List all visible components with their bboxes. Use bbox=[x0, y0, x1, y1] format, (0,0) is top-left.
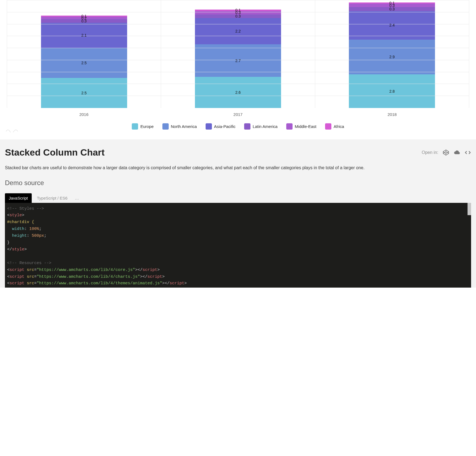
demo-source-heading: Demo source bbox=[5, 179, 471, 187]
segment-value: 0.1 bbox=[235, 8, 241, 12]
bar-segment[interactable]: 0.3 bbox=[349, 7, 435, 11]
stacked-bar[interactable]: 2.62.72.20.30.30.1 bbox=[195, 10, 281, 108]
grid-line bbox=[7, 72, 469, 72]
legend-swatch bbox=[132, 123, 138, 130]
legend-swatch bbox=[286, 123, 293, 130]
x-axis: 201620172018 bbox=[7, 108, 469, 117]
x-axis-label: 2018 bbox=[315, 108, 469, 117]
bar-slot: 2.62.72.20.30.30.1 bbox=[161, 0, 315, 108]
chart-legend: EuropeNorth AmericaAsia-PacificLatin Ame… bbox=[7, 123, 469, 130]
segment-value: 0.3 bbox=[235, 14, 241, 18]
bar-segment[interactable]: 2.8 bbox=[349, 74, 435, 108]
bar-segment[interactable]: 2.5 bbox=[41, 48, 127, 78]
bar-slot: 2.52.52.10.30.20.1 bbox=[7, 0, 161, 108]
description-text: Stacked bar charts are useful to demonst… bbox=[5, 164, 471, 171]
tab-typescript[interactable]: TypeScript / ES6 bbox=[33, 193, 71, 203]
segment-value: 2.4 bbox=[389, 23, 395, 27]
bar-segment[interactable]: 2.2 bbox=[195, 18, 281, 45]
bar-segment[interactable]: 2.5 bbox=[41, 78, 127, 108]
x-axis-label: 2017 bbox=[161, 108, 315, 117]
stacked-bar[interactable]: 2.52.52.10.30.20.1 bbox=[41, 16, 127, 108]
jsfiddle-icon[interactable] bbox=[454, 149, 460, 156]
bar-segment[interactable]: 2.9 bbox=[349, 40, 435, 74]
bar-segment[interactable]: 0.1 bbox=[349, 2, 435, 4]
amcharts-logo-icon[interactable] bbox=[5, 127, 19, 133]
bar-segment[interactable]: 0.1 bbox=[195, 10, 281, 11]
segment-value: 0.1 bbox=[81, 14, 86, 18]
legend-item[interactable]: Asia-Pacific bbox=[206, 123, 235, 130]
grid-line bbox=[7, 36, 469, 36]
segment-value: 2.8 bbox=[389, 89, 395, 93]
code-icon[interactable] bbox=[465, 149, 471, 156]
segment-value: 2.6 bbox=[235, 90, 241, 94]
legend-item[interactable]: Africa bbox=[325, 123, 344, 130]
bar-area: 2.52.52.10.30.20.12.62.72.20.30.30.12.82… bbox=[7, 0, 469, 108]
scrollbar-thumb[interactable] bbox=[468, 203, 471, 215]
segment-value: 2.2 bbox=[235, 29, 241, 33]
segment-value: 0.3 bbox=[389, 7, 395, 11]
legend-item[interactable]: Middle-East bbox=[286, 123, 316, 130]
source-tabs: JavaScript TypeScript / ES6 ... bbox=[5, 193, 471, 203]
legend-label: Africa bbox=[334, 124, 344, 129]
legend-item[interactable]: Latin America bbox=[244, 123, 278, 130]
grid-line bbox=[7, 48, 469, 48]
open-in-bar: Open in: bbox=[422, 149, 471, 156]
legend-swatch bbox=[206, 123, 212, 130]
open-in-label: Open in: bbox=[422, 150, 438, 155]
bar-segment[interactable]: 0.1 bbox=[41, 16, 127, 17]
legend-label: Middle-East bbox=[295, 124, 316, 129]
bar-segment[interactable]: 2.1 bbox=[41, 23, 127, 48]
legend-swatch bbox=[162, 123, 169, 130]
grid-line bbox=[7, 96, 469, 96]
tab-javascript[interactable]: JavaScript bbox=[5, 193, 32, 203]
description-section: Stacked Column Chart Open in: Stacked ba… bbox=[0, 139, 476, 288]
stacked-bar[interactable]: 2.82.92.40.30.30.1 bbox=[349, 2, 435, 108]
legend-label: Europe bbox=[140, 124, 153, 129]
tab-more[interactable]: ... bbox=[73, 194, 81, 203]
bar-segment[interactable]: 2.4 bbox=[349, 11, 435, 40]
bar-segment[interactable]: 2.6 bbox=[195, 77, 281, 108]
grid-line bbox=[7, 84, 469, 84]
x-axis-label: 2016 bbox=[7, 108, 161, 117]
page-title: Stacked Column Chart bbox=[5, 147, 105, 158]
grid-line bbox=[7, 24, 469, 24]
codepen-icon[interactable] bbox=[443, 149, 449, 156]
legend-label: Asia-Pacific bbox=[214, 124, 235, 129]
legend-swatch bbox=[325, 123, 331, 130]
legend-item[interactable]: North America bbox=[162, 123, 197, 130]
legend-swatch bbox=[244, 123, 250, 130]
bar-segment[interactable]: 0.3 bbox=[195, 14, 281, 18]
chart-plot[interactable]: 2.52.52.10.30.20.12.62.72.20.30.30.12.82… bbox=[7, 0, 469, 108]
chart-container: 2.52.52.10.30.20.12.62.72.20.30.30.12.82… bbox=[0, 0, 476, 134]
segment-value: 2.7 bbox=[235, 59, 241, 63]
segment-value: 2.9 bbox=[389, 55, 395, 59]
segment-value: 2.5 bbox=[81, 61, 86, 65]
legend-label: Latin America bbox=[253, 124, 278, 129]
bar-slot: 2.82.92.40.30.30.1 bbox=[315, 0, 469, 108]
segment-value: 0.1 bbox=[389, 1, 395, 5]
legend-item[interactable]: Europe bbox=[132, 123, 153, 130]
code-block[interactable]: <!-- Styles --> <style> #chartdiv { widt… bbox=[5, 203, 471, 288]
legend-label: North America bbox=[171, 124, 197, 129]
segment-value: 2.1 bbox=[81, 33, 86, 37]
segment-value: 2.5 bbox=[81, 91, 86, 95]
